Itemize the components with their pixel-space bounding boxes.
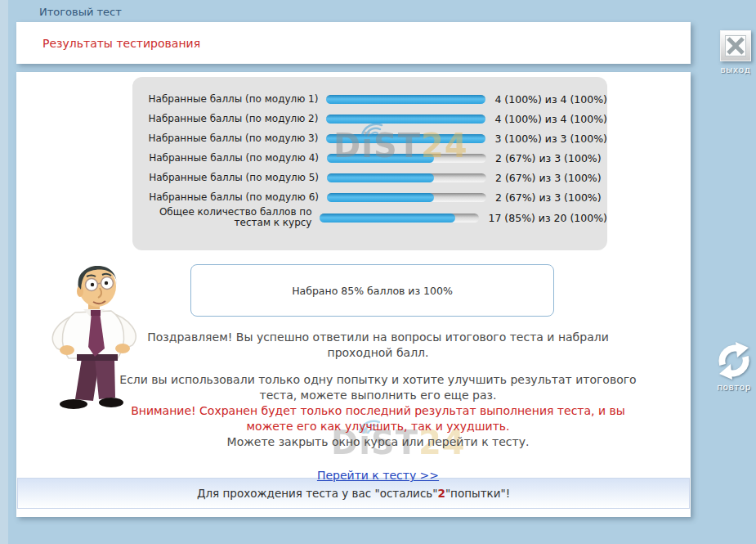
retry-info-text: Если вы использовали только одну попытку…	[114, 372, 642, 403]
stat-label: Общее количество баллов по тестам к курс…	[132, 207, 311, 228]
stat-label: Набранные баллы (по модулю 2)	[132, 114, 318, 124]
close-x-icon	[725, 35, 746, 56]
result-message-block: Поздравляем! Вы успешно ответили на вопр…	[114, 330, 642, 483]
exit-button[interactable]	[720, 30, 751, 61]
progress-bar-track	[327, 193, 486, 202]
test-results-page: Итоговый тест Результаты тестирования вы…	[0, 0, 756, 544]
go-to-test-link[interactable]: Перейти к тесту >>	[317, 469, 439, 482]
stat-value: 2 (67%) из 3 (100%)	[495, 152, 602, 164]
progress-bar-track	[326, 95, 485, 104]
bar-fill	[327, 193, 434, 202]
bar-fill	[326, 95, 485, 104]
stat-label: Набранные баллы (по модулю 5)	[132, 173, 319, 183]
stat-value: 2 (67%) из 3 (100%)	[495, 172, 602, 184]
close-info-text: Можете закрыть окно курса или перейти к …	[114, 434, 642, 450]
exit-button-label[interactable]: выход	[714, 65, 756, 74]
warning-text: Внимание! Сохранен будет только последни…	[114, 403, 642, 434]
table-row: Общее количество баллов по тестам к курс…	[132, 207, 607, 228]
bar-fill	[320, 214, 455, 223]
bar-fill	[327, 173, 434, 182]
table-row: Набранные баллы (по модулю 1) 4 (100%) и…	[132, 89, 607, 109]
stat-value: 17 (85%) из 20 (100%)	[488, 212, 607, 224]
attempts-text-suffix: "попытки"!	[445, 487, 510, 500]
watermark-text-yellow: 24	[421, 127, 468, 164]
attempts-count: 2	[437, 487, 445, 500]
attempts-text-prefix: Для прохождения теста у вас "остались"	[197, 487, 438, 500]
refresh-arrows-icon	[713, 339, 755, 382]
stat-label: Набранные баллы (по модулю 1)	[132, 94, 318, 105]
results-header-panel: Результаты тестирования	[16, 22, 691, 64]
table-row: Набранные баллы (по модулю 5) 2 (67%) из…	[132, 168, 607, 187]
progress-bar-track	[327, 173, 486, 182]
score-percent-box: Набрано 85% баллов из 100%	[190, 264, 554, 317]
stat-value: 3 (100%) из 3 (100%)	[494, 133, 607, 145]
bar-fill	[326, 115, 485, 124]
table-row: Набранные баллы (по модулю 6) 2 (67%) из…	[132, 187, 607, 207]
page-title: Результаты тестирования	[42, 37, 200, 50]
stat-label: Набранные баллы (по модулю 6)	[132, 192, 319, 203]
score-percent-text: Набрано 85% баллов из 100%	[292, 285, 453, 297]
stat-value: 4 (100%) из 4 (100%)	[494, 113, 607, 125]
congrats-text: Поздравляем! Вы успешно ответили на вопр…	[114, 330, 642, 361]
window-title: Итоговый тест	[39, 6, 122, 18]
link-row: Перейти к тесту >>	[114, 468, 642, 483]
repeat-button[interactable]	[713, 339, 755, 382]
dist24-watermark: DiST24	[333, 129, 468, 162]
progress-bar-track	[326, 115, 485, 124]
stat-label: Набранные баллы (по модулю 4)	[132, 153, 319, 164]
progress-bar-track	[320, 214, 479, 223]
stat-label: Набранные баллы (по модулю 3)	[132, 133, 318, 144]
left-edge-strip	[0, 0, 8, 544]
wifi-icon	[359, 117, 385, 137]
stat-value: 4 (100%) из 4 (100%)	[494, 93, 607, 106]
repeat-button-label[interactable]: повтор	[712, 382, 756, 392]
stat-value: 2 (67%) из 3 (100%)	[495, 191, 602, 204]
